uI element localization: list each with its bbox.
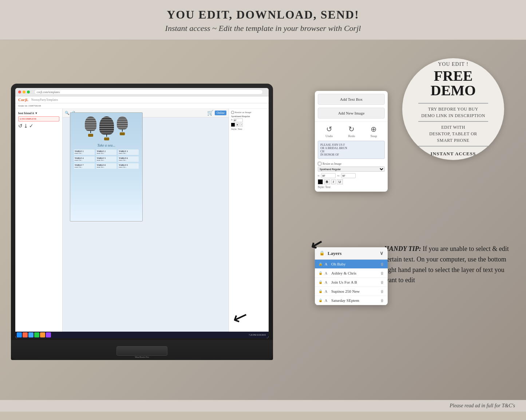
check-icon[interactable]: ✓	[29, 123, 33, 129]
design-canvas: Take a sea... TABLE 1name list... TABLE …	[70, 112, 143, 221]
layer-lock-1: 🔒	[319, 262, 323, 266]
layers-panel: 🔒 Layers ∨ 🔒 A Oh Baby 🗑 🔒 A Ashley & Ch…	[315, 247, 388, 305]
layer-item-supinos[interactable]: 🔒 A Supinos 250 New 🗑	[315, 287, 388, 296]
footer-disclaimer: Please read ad in full for T&C's	[0, 400, 526, 412]
action-icons: ↺ ⤓ ✓	[18, 123, 59, 129]
balloon-body-3	[117, 116, 128, 129]
add-text-box-btn[interactable]: Add Text Box	[318, 94, 385, 105]
macbook-brand: MacBook Pro	[135, 356, 149, 359]
balloon-rope-2	[106, 135, 107, 137]
layer-item-oh-baby[interactable]: 🔒 A Oh Baby 🗑	[315, 260, 388, 269]
online-btn[interactable]: Online	[215, 111, 226, 115]
demo-free-text: FREE	[434, 69, 473, 83]
reload-icon[interactable]: ↺	[18, 123, 23, 129]
bold-btn[interactable]: B	[236, 123, 239, 127]
taskbar-app-4[interactable]	[40, 332, 45, 337]
table-cell-4: TABLE 4name list...	[74, 156, 95, 162]
width-field[interactable]	[341, 173, 356, 178]
resize-image-cb[interactable]	[318, 162, 321, 165]
corjl-sidebar: best friend it ▼ ● INCOMPLETE ↺ ⤓ ✓	[15, 109, 63, 338]
text-color-swatch[interactable]	[318, 179, 323, 184]
resize-checkbox[interactable]	[231, 111, 234, 114]
layer-trash-1[interactable]: 🗑	[380, 262, 384, 266]
balloon-rope-3	[122, 129, 123, 132]
layer-trash-2[interactable]: 🗑	[380, 271, 384, 275]
download-icon[interactable]: ⤓	[24, 123, 28, 129]
layer-trash-4[interactable]: 🗑	[380, 289, 384, 293]
order-id-bar: Order Id: 1509758194	[15, 103, 269, 109]
style-text-label: Style: Text	[231, 128, 266, 131]
balloon-basket-3	[120, 132, 125, 135]
snap-btn[interactable]: ⊕ Snap	[371, 125, 377, 138]
layer-lock-2: 🔒	[319, 271, 323, 275]
taskbar-app-1[interactable]	[23, 332, 28, 337]
balloon-body-1	[85, 116, 96, 131]
layers-header: 🔒 Layers ∨	[315, 247, 388, 260]
start-icon[interactable]	[17, 332, 22, 337]
laptop-screen: corjl.com/templates Corjl. NoorayPartyTe…	[15, 88, 269, 338]
add-new-image-btn[interactable]: Add New Image	[318, 108, 385, 119]
browser-dot-yellow[interactable]	[23, 91, 25, 93]
corjl-nav-label: NoorayPartyTemplates	[31, 98, 58, 101]
cart-icon[interactable]: 🛒	[207, 110, 213, 116]
demo-instant-access: INSTANT ACCESS	[431, 151, 476, 157]
color-format-controls: B I	[231, 123, 266, 127]
layer-item-ashley[interactable]: 🔒 A Ashley & Chris 🗑	[315, 269, 388, 278]
browser-dot-green[interactable]	[27, 91, 30, 93]
balloon-basket-2	[104, 137, 109, 140]
balloon-basket-1	[88, 134, 93, 137]
layer-item-join-us[interactable]: 🔒 A Join Us For A B 🗑	[315, 278, 388, 287]
browser-url[interactable]: corjl.com/templates	[34, 89, 263, 95]
size-controls: h:	[231, 119, 266, 122]
trackpad[interactable]	[116, 346, 167, 356]
taskbar-app-5[interactable]	[46, 332, 51, 337]
sidebar-title: best friend it ▼	[18, 112, 59, 115]
zoom-in-icon[interactable]: 🔍	[65, 111, 69, 115]
balloon-rope-1	[90, 131, 91, 133]
seating-text: Take a sea...	[97, 143, 115, 147]
font-select[interactable]: Spokhand Regular	[318, 167, 385, 172]
demo-smartphone: SMART PHONE	[437, 137, 470, 144]
main-area: corjl.com/templates Corjl. NoorayPartyTe…	[0, 40, 526, 400]
italic-format-btn[interactable]: I	[331, 179, 336, 184]
panel-text-content[interactable]: PLEASE JOIN US FOR A BRIDAL BRUNCHIN HON…	[318, 141, 385, 159]
laptop-base: MacBook Pro	[11, 340, 273, 360]
italic-btn[interactable]: I	[240, 123, 243, 127]
table-cell-3: TABLE 3name list...	[118, 149, 139, 155]
bold-format-btn[interactable]: B	[324, 179, 330, 184]
layer-name-oh-baby: Oh Baby	[331, 262, 378, 266]
height-field[interactable]	[321, 173, 336, 178]
corjl-right-panel: Resize as Image Spokhand Regular h: B I	[229, 109, 269, 338]
demo-divider-1	[418, 103, 488, 104]
balloon-body-2	[99, 116, 114, 135]
redo-btn[interactable]: ↻ Redo	[348, 125, 355, 138]
corjl-canvas-area: 🔍 🔎 Page: 1 ◄ ► 🛒 Online	[63, 109, 229, 338]
demo-devices: DESKTOP, TABLET OR	[429, 131, 477, 137]
balloon-area	[85, 116, 128, 140]
layer-name-join-us: Join Us For A B	[331, 280, 378, 284]
corjl-topbar: Corjl. NoorayPartyTemplates	[15, 96, 269, 103]
demo-divider-2	[418, 121, 488, 122]
browser-dot-red[interactable]	[18, 91, 21, 93]
layers-chevron[interactable]: ∨	[380, 250, 383, 256]
taskbar: 7:20 PM 6/18/2019	[15, 332, 269, 338]
layer-item-saturday[interactable]: 🔒 A Saturday SEptem 🗑	[315, 296, 388, 305]
table-grid: TABLE 1name list... TABLE 2name list... …	[74, 149, 139, 169]
layer-name-supinos: Supinos 250 New	[331, 289, 378, 293]
height-input[interactable]	[234, 119, 243, 122]
layer-type-3: A	[325, 280, 329, 284]
layer-trash-3[interactable]: 🗑	[380, 280, 384, 284]
layer-trash-5[interactable]: 🗑	[380, 299, 384, 303]
demo-link-desc: DEMO LINK IN DESCRIPTION	[421, 112, 485, 119]
handy-tip-label: HANDY TIP:	[384, 245, 421, 252]
layer-type-2: A	[325, 271, 329, 275]
demo-demo-text: DEMO	[431, 83, 476, 98]
undo-btn[interactable]: ↺ Undo	[325, 125, 333, 138]
layer-lock-5: 🔒	[319, 299, 323, 302]
top-banner: YOU EDIT, DOWNLOAD, SEND! Instant access…	[0, 0, 526, 40]
taskbar-app-3[interactable]	[34, 332, 39, 337]
color-swatch-black[interactable]	[231, 123, 235, 127]
taskbar-app-2[interactable]	[28, 332, 33, 337]
table-cell-8: TABLE 8name list...	[96, 163, 117, 169]
underline-format-btn[interactable]: U	[337, 179, 343, 184]
